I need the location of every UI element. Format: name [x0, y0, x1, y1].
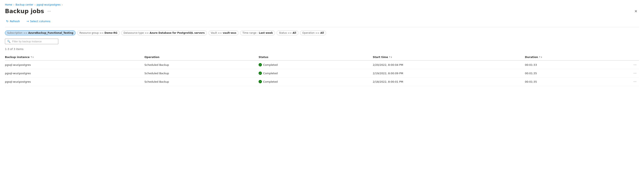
cell-instance-0: pgsql-wus\postgres — [5, 61, 144, 69]
filter-tag-status[interactable]: Status == All — [277, 31, 298, 35]
cell-starttime-1: 2/19/2022, 8:00:09 PM — [373, 69, 525, 78]
status-icon-1: ✓ — [258, 72, 262, 75]
filter-value-subscription: AzureBackup_Functional_Testing — [28, 32, 73, 34]
status-completed-1: ✓ Completed — [258, 72, 370, 75]
filter-tag-datasource_type[interactable]: Datasource type == Azure Database for Po… — [121, 31, 207, 35]
filter-value-resource_group: Demo-RG — [104, 32, 118, 34]
status-completed-0: ✓ Completed — [258, 63, 370, 66]
row-more-button-1[interactable]: ··· — [614, 69, 639, 78]
sort-instance[interactable]: Backup instance ↑↓ — [5, 56, 34, 59]
arrow-icon: → — [26, 20, 29, 23]
filter-value-datasource_type: Azure Database for PostgreSQL servers — [150, 32, 204, 34]
col-header-actions — [614, 54, 639, 61]
sort-starttime[interactable]: Start time ↑↓ — [373, 56, 392, 59]
filter-tag-vault[interactable]: Vault == vault-wus — [208, 31, 238, 35]
search-icon: 🔍 — [7, 40, 10, 43]
close-button[interactable]: ✕ — [633, 9, 639, 14]
sort-icon-instance: ↑↓ — [30, 56, 34, 58]
select-columns-label: Select columns — [30, 20, 50, 23]
filter-tag-resource_group[interactable]: Resource group == Demo-RG — [77, 31, 120, 35]
refresh-icon: ↻ — [6, 20, 8, 23]
sort-icon-starttime: ↑↓ — [389, 56, 392, 58]
search-box[interactable]: 🔍 — [5, 39, 58, 44]
sort-duration[interactable]: Duration ↑↓ — [525, 56, 542, 59]
breadcrumb: Home › Backup center › pgsql-wus\postgre… — [5, 3, 639, 6]
filter-label-vault: Vault == — [211, 32, 222, 34]
more-options-button[interactable]: ··· — [46, 8, 52, 14]
table-header: Backup instance ↑↓ Operation Status Star… — [5, 54, 639, 61]
filter-label-time_range: Time range : — [242, 32, 258, 34]
cell-instance-2: pgsql-wus\postgres — [5, 78, 144, 86]
status-label-1: Completed — [263, 72, 278, 75]
cell-status-2: ✓ Completed — [258, 78, 373, 86]
refresh-label: Refresh — [10, 20, 20, 23]
filter-tag-time_range[interactable]: Time range : Last week — [240, 31, 275, 35]
breadcrumb-postgres[interactable]: pgsql-wus\postgres — [37, 3, 60, 6]
status-icon-0: ✓ — [258, 63, 262, 66]
cell-status-1: ✓ Completed — [258, 69, 373, 78]
cell-status-0: ✓ Completed — [258, 61, 373, 69]
filter-tag-operation[interactable]: Operation == All — [300, 31, 326, 35]
cell-duration-1: 00:01:35 — [525, 69, 614, 78]
toolbar: ↻ Refresh → Select columns — [5, 19, 639, 24]
filter-label-operation: Operation == — [302, 32, 320, 34]
search-input[interactable] — [12, 40, 56, 43]
filter-tag-subscription[interactable]: Subscription == AzureBackup_Functional_T… — [5, 31, 76, 35]
status-completed-2: ✓ Completed — [258, 80, 370, 83]
refresh-button[interactable]: ↻ Refresh — [5, 19, 21, 24]
filter-value-status: All — [293, 32, 296, 34]
breadcrumb-sep-3: › — [62, 4, 62, 6]
cell-duration-2: 00:01:35 — [525, 78, 614, 86]
cell-starttime-0: 2/20/2022, 8:00:04 PM — [373, 61, 525, 69]
cell-operation-2: Scheduled Backup — [144, 78, 258, 86]
table-body: pgsql-wus\postgres Scheduled Backup ✓ Co… — [5, 61, 639, 86]
select-columns-button[interactable]: → Select columns — [25, 19, 52, 24]
page-title: Backup jobs — [5, 8, 44, 15]
col-header-status: Status — [258, 54, 373, 61]
table-row: pgsql-wus\postgres Scheduled Backup ✓ Co… — [5, 69, 639, 78]
page-header: Backup jobs ··· ✕ — [5, 8, 639, 15]
table-row: pgsql-wus\postgres Scheduled Backup ✓ Co… — [5, 78, 639, 86]
breadcrumb-sep-1: › — [13, 4, 14, 6]
table-header-row: Backup instance ↑↓ Operation Status Star… — [5, 54, 639, 61]
status-icon-2: ✓ — [258, 80, 262, 83]
items-count: 1-3 of 3 items — [5, 48, 639, 51]
cell-operation-1: Scheduled Backup — [144, 69, 258, 78]
filters-row: Subscription == AzureBackup_Functional_T… — [5, 31, 639, 35]
breadcrumb-sep-2: › — [34, 4, 35, 6]
jobs-table: Backup instance ↑↓ Operation Status Star… — [5, 54, 639, 86]
sort-icon-duration: ↑↓ — [539, 56, 542, 58]
cell-instance-1: pgsql-wus\postgres — [5, 69, 144, 78]
status-label-2: Completed — [263, 80, 278, 83]
cell-starttime-2: 2/18/2022, 8:00:01 PM — [373, 78, 525, 86]
col-header-instance: Backup instance ↑↓ — [5, 54, 144, 61]
cell-operation-0: Scheduled Backup — [144, 61, 258, 69]
filter-value-operation: All — [320, 32, 324, 34]
row-more-button-0[interactable]: ··· — [614, 61, 639, 69]
filter-value-time_range: Last week — [259, 32, 273, 34]
col-header-operation: Operation — [144, 54, 258, 61]
filter-label-resource_group: Resource group == — [80, 32, 104, 34]
filter-label-datasource_type: Datasource type == — [124, 32, 149, 34]
page-title-row: Backup jobs ··· — [5, 8, 52, 15]
row-more-button-2[interactable]: ··· — [614, 78, 639, 86]
filter-value-vault: vault-wus — [223, 32, 236, 34]
breadcrumb-home[interactable]: Home — [5, 3, 12, 6]
filter-label-subscription: Subscription == — [7, 32, 27, 34]
table-row: pgsql-wus\postgres Scheduled Backup ✓ Co… — [5, 61, 639, 69]
filter-label-status: Status == — [279, 32, 292, 34]
status-label-0: Completed — [263, 63, 278, 66]
col-header-duration: Duration ↑↓ — [525, 54, 614, 61]
cell-duration-0: 00:01:33 — [525, 61, 614, 69]
breadcrumb-backup-center[interactable]: Backup center — [16, 3, 33, 6]
col-header-starttime: Start time ↑↓ — [373, 54, 525, 61]
